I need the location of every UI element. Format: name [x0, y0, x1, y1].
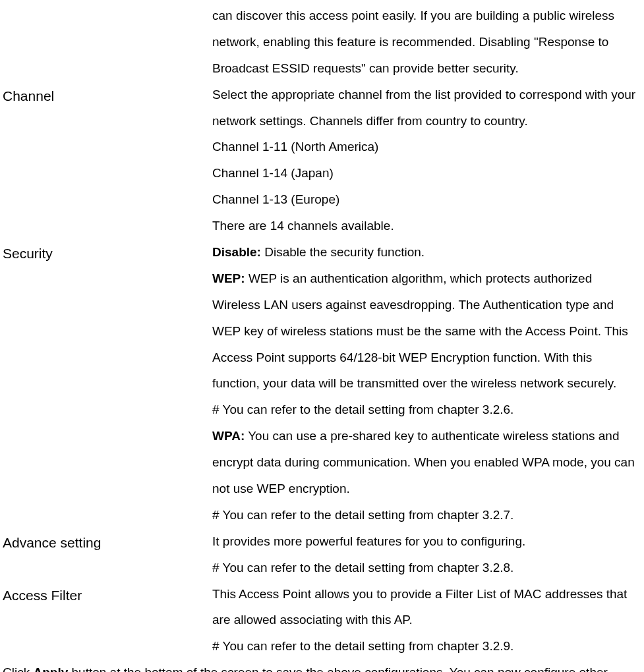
content-security: Disable: Disable the security function.W… — [212, 239, 641, 528]
label-access-filter: Access Filter — [3, 581, 212, 610]
content-channel: Select the appropriate channel from the … — [212, 82, 641, 239]
row-channel: Channel Select the appropriate channel f… — [3, 82, 641, 239]
content-access-filter: This Access Point allows you to provide … — [212, 581, 641, 660]
row-advance: Advance setting It provides more powerfu… — [3, 528, 641, 581]
label-advance: Advance setting — [3, 528, 212, 557]
label-channel: Channel — [3, 82, 212, 111]
content-advance: It provides more powerful features for y… — [212, 528, 641, 581]
label-security: Security — [3, 239, 212, 268]
row-broadcast: can discover this access point easily. I… — [3, 3, 641, 82]
row-access-filter: Access Filter This Access Point allows y… — [3, 581, 641, 660]
content-broadcast: can discover this access point easily. I… — [212, 3, 641, 82]
row-security: Security Disable: Disable the security f… — [3, 239, 641, 528]
footer-text: Click Apply button at the bottom of the … — [3, 659, 641, 672]
